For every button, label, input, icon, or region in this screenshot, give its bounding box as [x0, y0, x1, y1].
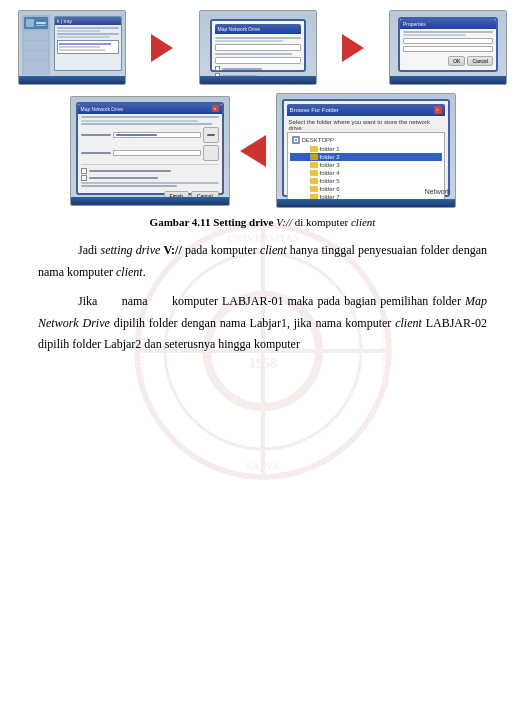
arrow-left-1: [240, 135, 266, 167]
screenshot-2: Map Network Drive: [199, 10, 317, 85]
folder-tree[interactable]: DESKTOPP folder 1 folder 2 folder 3: [287, 132, 445, 202]
folder-dialog-title: Browse For Folder: [290, 107, 434, 113]
caption-middle: di komputer: [292, 216, 351, 228]
arrow-right-2: [342, 34, 364, 62]
caption-client: client: [351, 216, 375, 228]
screenshot-3: Properties OK Cancel: [389, 10, 507, 85]
arrow-right-1: [151, 34, 173, 62]
caption-setting: Setting drive: [211, 216, 274, 228]
caption-label: Gambar 4.11: [150, 216, 211, 228]
bottom-screenshot-row: Map Network Drive ×: [18, 93, 507, 208]
screenshot-4: Map Network Drive ×: [70, 96, 230, 206]
screenshot-1: k | tray: [18, 10, 126, 85]
folder-close-btn[interactable]: ×: [434, 106, 442, 114]
paragraph-1: Jadi setting drive V:// pada komputer cl…: [38, 240, 487, 283]
caption-v: V://: [273, 216, 292, 228]
netdrive-title-text: Map Network Drive: [218, 26, 261, 32]
figure-caption: Gambar 4.11 Setting drive V:// di komput…: [18, 216, 507, 228]
svg-text:SATYA: SATYA: [245, 460, 280, 472]
screenshot-5: Browse For Folder × Select the folder wh…: [276, 93, 456, 208]
network-label: Network: [425, 188, 451, 195]
body-text: Jadi setting drive V:// pada komputer cl…: [18, 240, 507, 356]
paragraph-2: Jika nama komputer LABJAR-01 maka pada b…: [38, 291, 487, 356]
top-screenshot-row: k | tray: [18, 10, 507, 85]
main-content: k | tray: [0, 0, 525, 374]
